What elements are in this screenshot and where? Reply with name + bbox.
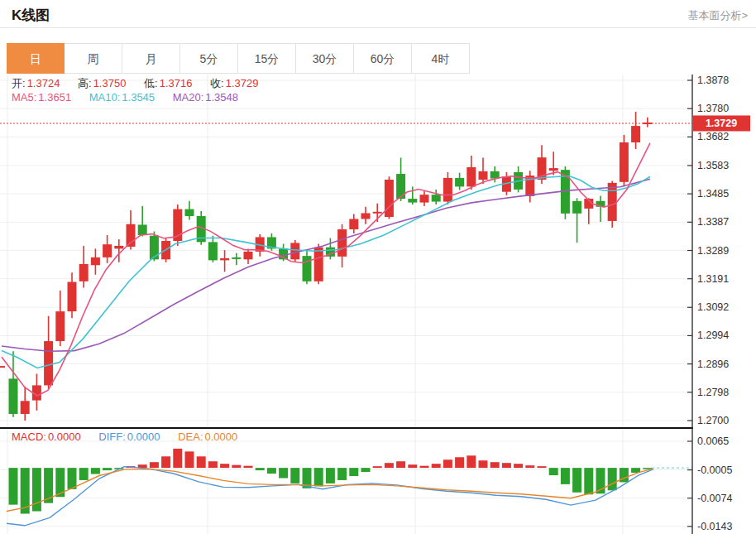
axis-label: 1.3485 [697, 188, 729, 200]
macd-bar [173, 449, 182, 468]
macd-bar [432, 464, 441, 468]
ma5-label: MA5: [12, 91, 36, 103]
candle-body [443, 178, 452, 202]
candle-body [208, 242, 218, 260]
axis-label: -0.0143 [697, 521, 732, 532]
macd-bar [267, 468, 276, 474]
macd-bar [103, 468, 112, 470]
macd-bar [396, 461, 405, 468]
axis-label: -0.0074 [697, 493, 732, 504]
high-label: 高: [78, 77, 92, 89]
axis-label: 0.0065 [697, 435, 729, 447]
high-value: 1.3750 [93, 77, 127, 89]
candle-body [549, 168, 558, 171]
macd-bar [443, 459, 452, 468]
macd-label: MACD: [12, 431, 46, 443]
macd-bar [232, 465, 241, 468]
macd-bar [572, 468, 581, 493]
macd-bar [208, 461, 218, 468]
candle-body [349, 219, 358, 229]
macd-bar [314, 468, 323, 486]
candle-body [68, 282, 77, 312]
ma20-line [2, 179, 650, 351]
open-label: 开: [12, 77, 26, 89]
macd-bar [490, 462, 500, 468]
candle-body [232, 257, 241, 259]
macd-bar [256, 468, 265, 470]
candle-body [138, 224, 147, 235]
candle-body [467, 167, 476, 186]
candle-body [361, 213, 371, 219]
dea-label: DEA: [178, 431, 203, 443]
candle-body [337, 229, 347, 257]
macd-bar [549, 468, 558, 475]
axis-label: 1.3092 [697, 301, 729, 313]
axis-label: 1.3387 [697, 216, 729, 228]
candle-body [114, 246, 123, 248]
close-label: 收: [210, 77, 224, 89]
macd-bar [68, 468, 77, 489]
macd-bar [290, 468, 299, 483]
candle-body [385, 180, 394, 217]
macd-bar [455, 457, 464, 468]
diff-label: DIFF: [98, 431, 126, 443]
ma10-value: 1.3545 [122, 91, 155, 103]
candle-body [79, 264, 89, 281]
macd-value: 0.0000 [48, 431, 81, 443]
macd-bar [337, 468, 347, 480]
macd-bar [244, 466, 253, 468]
axis-label: 1.2896 [697, 358, 729, 370]
axis-label: 1.3191 [697, 273, 729, 285]
candle-body [608, 183, 617, 221]
macd-bar [502, 463, 511, 468]
candle-body [220, 258, 229, 260]
macd-bar [373, 466, 382, 468]
candle-body [432, 195, 441, 201]
candle-body [455, 178, 464, 186]
axis-label: 1.3682 [697, 131, 729, 142]
axis-label: 1.3583 [697, 160, 729, 171]
ma5-line [2, 143, 650, 396]
macd-bar [9, 468, 18, 504]
candle-body [479, 171, 488, 180]
macd-bar [561, 468, 570, 484]
axis-label: 1.2994 [697, 330, 729, 341]
ma20-value: 1.3548 [205, 91, 238, 103]
macd-bar [91, 468, 100, 474]
current-price-badge-text: 1.3729 [706, 118, 737, 129]
candle-body [572, 201, 581, 214]
candle-body [21, 401, 30, 414]
macd-bar [79, 468, 89, 480]
macd-bar [467, 455, 476, 468]
macd-bar [525, 465, 534, 468]
low-label: 低: [144, 77, 158, 89]
edge-candle-dash [0, 366, 5, 368]
macd-readout: MACD:0.0000 DIFF:0.0000 DEA:0.0000 [12, 431, 239, 443]
ma-readout: MA5:1.3651 MA10:1.3545 MA20:1.3548 [12, 91, 240, 103]
macd-bar [361, 468, 371, 472]
candle-body [244, 252, 253, 259]
candle-body [314, 248, 323, 281]
macd-bar [150, 462, 159, 468]
diff-value: 0.0000 [127, 431, 160, 443]
axis-label: 1.2798 [697, 387, 729, 398]
close-value: 1.3729 [226, 77, 259, 89]
candle-body [185, 209, 194, 216]
axis-label: 1.2700 [697, 415, 729, 426]
candle-body [91, 257, 100, 265]
macd-bar [326, 468, 335, 483]
ma10-line [2, 176, 650, 368]
candle-body [620, 142, 629, 182]
macd-bar [408, 464, 417, 468]
candle-body [420, 195, 429, 202]
candle-body [9, 378, 18, 414]
ohlc-readout: 开:1.3724 高:1.3750 低:1.3716 收:1.3729 [12, 76, 260, 91]
candle-body [643, 123, 652, 124]
low-value: 1.3716 [160, 77, 193, 89]
candle-body [303, 256, 312, 281]
candle-body [103, 244, 112, 257]
macd-bar [479, 460, 488, 468]
candle-body [150, 236, 159, 260]
macd-bar [385, 463, 394, 468]
ma20-label: MA20: [173, 91, 204, 103]
